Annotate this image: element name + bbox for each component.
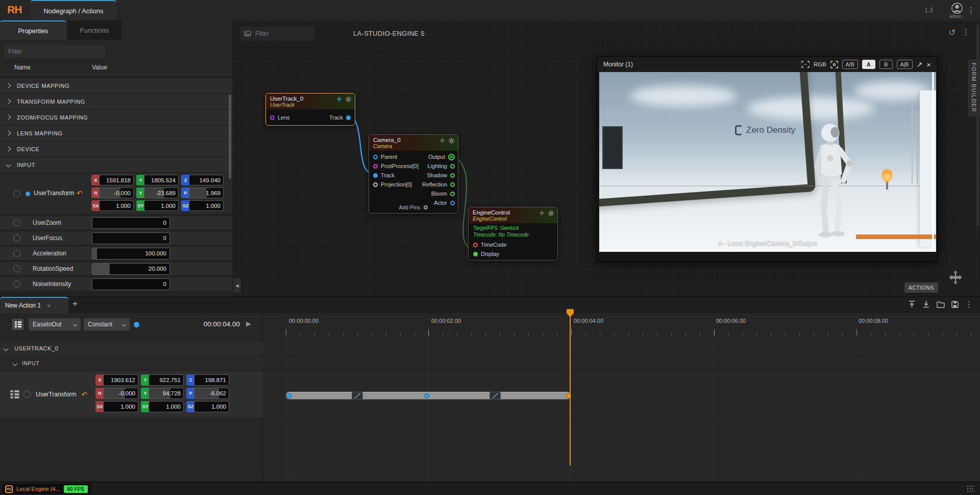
timeline-menu-kebab-icon[interactable]: ⋮	[965, 300, 973, 308]
gear-icon[interactable]	[346, 97, 351, 102]
user-avatar-icon[interactable]	[951, 3, 963, 14]
transform-field-y[interactable]: 1805.524	[144, 175, 179, 185]
track-grid-icon[interactable]	[10, 390, 19, 398]
timeline-ruler[interactable]: 00:00:00.00 00:00:02.00 00:00:04.00 00:0…	[263, 313, 980, 336]
section-lens-mapping[interactable]: LENS MAPPING	[0, 126, 232, 140]
interpolation-dropdown[interactable]: EaseInOut	[29, 318, 81, 331]
pin-output-icon[interactable]	[448, 154, 455, 160]
tl-field-ry[interactable]: 94.728	[149, 388, 184, 399]
resize-grip-icon[interactable]	[967, 485, 974, 492]
monitor-video[interactable]: Zero Density	[599, 72, 936, 252]
reset-undo-icon[interactable]: ↶	[82, 391, 88, 398]
tl-field-sy[interactable]: 1.000	[149, 401, 184, 412]
section-zoom-focus-mapping[interactable]: ZOOM/FOCUS MAPPING	[0, 110, 232, 125]
history-icon[interactable]: ↺	[949, 28, 955, 37]
ab-sidebyside-button[interactable]: A|B	[897, 60, 913, 69]
engine-status[interactable]: RE Local Engine (4... 60 FPS	[2, 484, 91, 494]
tl-field-r[interactable]: -0.000	[103, 388, 138, 399]
save-icon[interactable]	[951, 301, 959, 308]
userzoom-radio[interactable]	[13, 219, 20, 226]
action-tab[interactable]: New Action 1 ×	[0, 297, 68, 313]
transform-field-sy[interactable]: 1.000	[144, 200, 179, 211]
section-input[interactable]: INPUT	[0, 157, 232, 172]
properties-filter-input[interactable]	[4, 45, 105, 58]
acceleration-field[interactable]: 100.000	[92, 248, 170, 260]
app-menu-kebab-icon[interactable]: ⋮	[967, 6, 975, 14]
popout-arrow-icon[interactable]: ↗	[917, 60, 923, 68]
section-device-mapping[interactable]: DEVICE MAPPING	[0, 78, 232, 93]
track-subgroup-row[interactable]: INPUT	[0, 357, 263, 369]
transform-field-x[interactable]: 1591.818	[99, 175, 134, 185]
rgb-channel-label[interactable]: RGB	[814, 61, 826, 67]
pin-parent-icon[interactable]	[373, 155, 378, 159]
curve-editor-toggle-icon[interactable]	[12, 319, 23, 330]
node-header[interactable]: EngineControl EngineControl	[469, 207, 557, 223]
tl-field-z[interactable]: 198.871	[194, 374, 229, 386]
node-camera[interactable]: Camera_0 Camera Parent PostProcess[0] Tr…	[369, 134, 458, 214]
userfocus-radio[interactable]	[13, 234, 20, 242]
node-header[interactable]: Camera_0 Camera	[369, 135, 458, 151]
node-usertrack[interactable]: UserTrack_0 UserTrack Lens Track	[265, 93, 355, 126]
pin-timecode-icon[interactable]	[473, 243, 478, 247]
properties-scrollbar[interactable]	[229, 95, 231, 179]
noiseintensity-radio[interactable]	[13, 280, 20, 288]
tl-field-p[interactable]: -6.062	[194, 388, 229, 399]
node-header[interactable]: UserTrack_0 UserTrack	[266, 93, 355, 109]
focus-target-icon[interactable]	[830, 61, 838, 68]
rh-logo[interactable]: RH	[7, 4, 21, 16]
pin-shadow-icon[interactable]	[450, 173, 455, 178]
pin-reflection-icon[interactable]	[450, 182, 455, 187]
nodegraph-menu-kebab-icon[interactable]: ⋮	[962, 28, 970, 36]
collapse-properties-button[interactable]: ◀	[233, 278, 241, 293]
track-radio[interactable]	[23, 391, 31, 398]
acceleration-radio[interactable]	[13, 250, 20, 257]
nodegraph-scrollbar[interactable]	[976, 25, 979, 226]
node-enginecontrol[interactable]: EngineControl EngineControl TargetFPS: G…	[468, 207, 558, 261]
transform-field-ry[interactable]: -23.689	[144, 187, 179, 198]
tab-properties[interactable]: Properties	[0, 20, 66, 40]
extrapolation-dropdown[interactable]: Constant	[84, 318, 130, 331]
add-action-button[interactable]: +	[72, 299, 78, 309]
pin-lighting-icon[interactable]	[450, 164, 455, 169]
monitor-header[interactable]: Monitor (1) RGB A/B A B A|B ↗ ×	[597, 57, 937, 72]
transform-field-z[interactable]: 149.040	[189, 175, 224, 185]
transform-field-sx[interactable]: 1.000	[99, 200, 134, 211]
close-tab-icon[interactable]: ×	[47, 302, 51, 310]
main-tab-nodegraph-actions[interactable]: Nodegraph / Actions	[31, 0, 116, 20]
section-device[interactable]: DEVICE	[0, 142, 232, 156]
transform-field-sz[interactable]: 1.000	[189, 200, 224, 211]
gear-icon[interactable]	[548, 210, 554, 216]
pin-projection-icon[interactable]	[373, 182, 378, 187]
tl-field-y[interactable]: 922.751	[149, 374, 184, 386]
move-node-icon[interactable]	[336, 97, 342, 102]
noiseintensity-field[interactable]: 0	[92, 278, 170, 290]
play-button[interactable]: ▶	[246, 320, 251, 327]
rotationspeed-field[interactable]: 20.000	[92, 263, 170, 275]
nodegraph-filter-box[interactable]: Filter	[240, 27, 314, 41]
keyframe-dot[interactable]	[286, 393, 291, 398]
transform-field-r[interactable]: -0.000	[99, 187, 134, 198]
track-group-row[interactable]: USERTRACK_0	[0, 342, 263, 355]
move-node-icon[interactable]	[439, 138, 445, 144]
actions-button[interactable]: ACTIONS	[904, 282, 938, 293]
fit-screen-icon[interactable]	[801, 61, 810, 68]
pin-display-icon[interactable]	[473, 252, 478, 256]
gear-icon[interactable]	[449, 138, 454, 144]
tl-field-sz[interactable]: 1.000	[194, 401, 229, 412]
transform-field-p[interactable]: 1.969	[189, 187, 224, 198]
tl-field-sx[interactable]: 1.000	[103, 401, 138, 412]
pin-lens-icon[interactable]	[270, 115, 275, 120]
rotationspeed-radio[interactable]	[13, 265, 20, 272]
pin-track-in-icon[interactable]	[373, 173, 378, 178]
curve-keyframe-icon[interactable]	[489, 392, 501, 399]
ab-split-button[interactable]: A/B	[842, 60, 858, 69]
record-key-dot[interactable]	[134, 322, 139, 327]
channel-a-button[interactable]: A	[862, 60, 875, 69]
section-transform-mapping[interactable]: TRANSFORM MAPPING	[0, 94, 232, 109]
close-icon[interactable]: ×	[926, 60, 931, 69]
move-tool-icon[interactable]	[948, 270, 963, 285]
userzoom-field[interactable]: 0	[92, 217, 170, 229]
pin-postprocess-icon[interactable]	[373, 164, 378, 169]
tab-functions[interactable]: Functions	[67, 20, 121, 40]
reset-undo-icon[interactable]: ↶	[77, 190, 83, 197]
